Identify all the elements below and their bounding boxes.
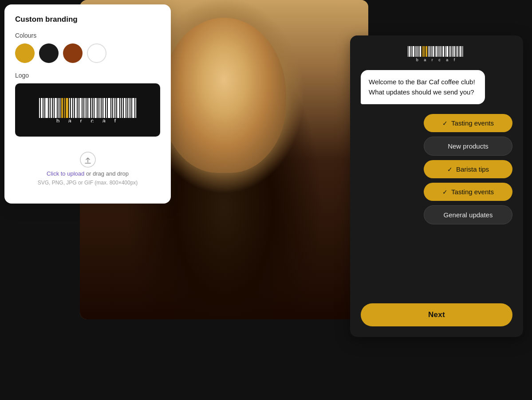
svg-rect-74 — [457, 46, 458, 57]
svg-rect-66 — [443, 46, 444, 57]
chat-panel: b a r c a f Welcome to the Bar Caf coffe… — [350, 35, 523, 337]
svg-rect-37 — [122, 98, 123, 118]
svg-rect-28 — [102, 98, 102, 118]
svg-rect-16 — [75, 98, 77, 118]
svg-rect-10 — [61, 98, 63, 118]
svg-rect-11 — [64, 98, 65, 118]
swatch-white[interactable] — [87, 43, 106, 63]
upload-area[interactable]: Click to upload or drag and drop SVG, PN… — [15, 145, 160, 193]
logo-label: Logo — [15, 72, 160, 79]
svg-rect-39 — [126, 98, 127, 118]
svg-rect-31 — [108, 98, 110, 118]
barcode-svg: b a r c a f — [35, 98, 141, 122]
option-label-1: Tasting events — [451, 119, 494, 127]
svg-rect-62 — [436, 46, 437, 57]
checkmark-icon-1: ✓ — [442, 120, 448, 127]
svg-rect-6 — [53, 98, 54, 118]
option-barista-tips[interactable]: ✓ Barista tips — [424, 160, 512, 178]
svg-rect-27 — [99, 98, 101, 118]
upload-link[interactable]: Click to upload — [47, 170, 84, 177]
svg-rect-60 — [433, 46, 434, 57]
upload-hint: SVG, PNG, JPG or GIF (max. 800×400px) — [38, 180, 138, 186]
svg-rect-20 — [84, 98, 86, 118]
option-label-3: Barista tips — [456, 165, 489, 173]
svg-rect-40 — [128, 98, 130, 118]
svg-rect-12 — [66, 98, 68, 118]
svg-rect-55 — [423, 46, 425, 57]
option-tasting-events-2[interactable]: ✓ Tasting events — [424, 183, 512, 201]
svg-rect-35 — [117, 98, 119, 118]
svg-rect-25 — [95, 98, 97, 118]
svg-rect-36 — [120, 98, 121, 118]
svg-rect-23 — [91, 98, 92, 118]
svg-rect-0 — [39, 98, 40, 118]
branding-card: Custom branding Colours Logo — [4, 4, 171, 204]
option-tasting-events-1[interactable]: ✓ Tasting events — [424, 114, 512, 132]
svg-rect-68 — [446, 46, 448, 57]
svg-rect-49 — [413, 46, 414, 57]
svg-rect-46 — [408, 46, 409, 57]
option-label-2: New products — [448, 142, 489, 150]
svg-rect-70 — [450, 46, 451, 57]
option-general-updates[interactable]: General updates — [424, 205, 512, 224]
svg-rect-8 — [58, 98, 59, 118]
svg-rect-29 — [103, 98, 105, 118]
svg-rect-41 — [130, 98, 131, 118]
svg-rect-9 — [59, 98, 60, 118]
svg-rect-3 — [45, 98, 48, 118]
option-label-4: Tasting events — [451, 188, 494, 196]
svg-rect-14 — [71, 98, 72, 118]
options-container: ✓ Tasting events New products ✓ Barista … — [361, 114, 512, 224]
svg-rect-76 — [460, 46, 461, 57]
svg-rect-72 — [453, 46, 455, 57]
welcome-bubble: Welcome to the Bar Caf coffee club! What… — [361, 70, 485, 104]
swatch-brown[interactable] — [63, 43, 83, 63]
svg-text:b a r   c a f: b a r c a f — [56, 118, 119, 122]
svg-rect-32 — [111, 98, 112, 118]
upload-text: Click to upload or drag and drop — [47, 170, 129, 177]
svg-rect-71 — [452, 46, 453, 57]
next-button[interactable]: Next — [361, 303, 512, 326]
svg-rect-53 — [420, 46, 421, 57]
svg-rect-65 — [441, 46, 442, 57]
colour-swatches — [15, 43, 160, 63]
colours-label: Colours — [15, 32, 160, 39]
svg-rect-69 — [449, 46, 450, 57]
svg-rect-73 — [456, 46, 457, 57]
checkmark-icon-3: ✓ — [447, 166, 453, 173]
svg-rect-58 — [430, 46, 430, 57]
upload-icon — [80, 152, 96, 168]
svg-rect-51 — [417, 46, 418, 57]
svg-rect-1 — [41, 98, 43, 118]
svg-rect-67 — [445, 46, 446, 57]
upload-or-drag: or drag and drop — [84, 170, 129, 177]
swatch-black[interactable] — [39, 43, 59, 63]
swatch-gold[interactable] — [15, 43, 35, 63]
svg-rect-47 — [409, 46, 410, 57]
option-label-5: General updates — [444, 211, 493, 219]
svg-rect-21 — [87, 98, 87, 118]
svg-rect-59 — [431, 46, 432, 57]
svg-rect-63 — [438, 46, 439, 57]
svg-rect-13 — [69, 98, 70, 118]
svg-rect-50 — [415, 46, 416, 57]
svg-rect-7 — [55, 98, 57, 118]
svg-rect-43 — [135, 98, 136, 118]
svg-rect-38 — [124, 98, 126, 118]
svg-rect-33 — [113, 98, 114, 118]
svg-rect-75 — [459, 46, 460, 57]
logo-preview: b a r c a f — [15, 83, 160, 137]
svg-rect-48 — [411, 46, 412, 57]
chat-logo: b a r c a f — [361, 46, 512, 61]
branding-card-title: Custom branding — [15, 15, 160, 24]
svg-rect-17 — [78, 98, 79, 118]
svg-rect-52 — [418, 46, 419, 57]
checkmark-icon-4: ✓ — [442, 188, 448, 196]
svg-rect-26 — [98, 98, 99, 118]
svg-rect-34 — [115, 98, 116, 118]
option-new-products[interactable]: New products — [424, 137, 512, 156]
svg-rect-22 — [88, 98, 90, 118]
svg-rect-56 — [426, 46, 427, 57]
svg-rect-18 — [79, 98, 82, 118]
svg-rect-54 — [422, 46, 423, 57]
